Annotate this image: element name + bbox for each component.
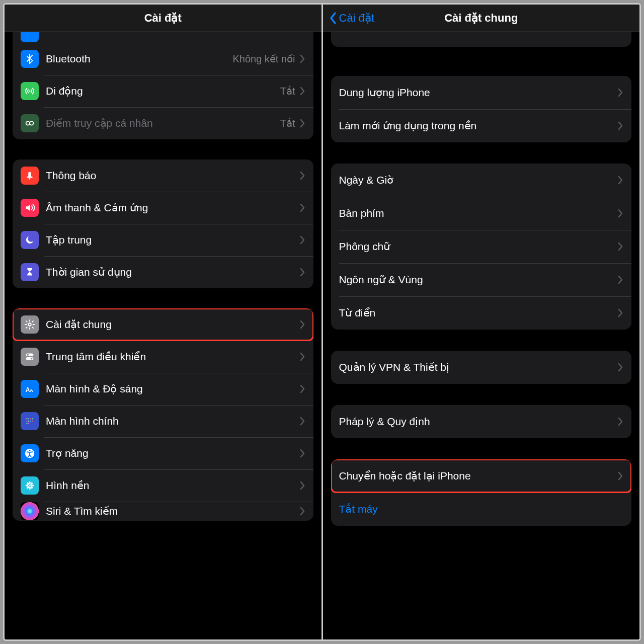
settings-screen-right: Cài đặt Cài đặt chung Dung lượng iPhoneL… bbox=[321, 5, 640, 639]
row-label: Pháp lý & Quy định bbox=[339, 416, 618, 428]
row-qu-n-l-vpn-thi-t-b[interactable]: Quản lý VPN & Thiết bị bbox=[331, 351, 632, 384]
settings-group bbox=[331, 32, 632, 47]
row-label: Trung tâm điều khiển bbox=[46, 351, 299, 363]
row-i-m-truy-c-p-c-nh-n[interactable]: Điểm truy cập cá nhânTắt bbox=[13, 107, 313, 139]
settings-group: Quản lý VPN & Thiết bị bbox=[331, 351, 632, 384]
svg-point-5 bbox=[29, 178, 31, 180]
row-label: Màn hình & Độ sáng bbox=[46, 383, 299, 395]
row-row[interactable] bbox=[13, 32, 313, 43]
svg-point-16 bbox=[30, 418, 31, 419]
row-label: Chuyển hoặc đặt lại iPhone bbox=[339, 470, 618, 482]
row-label: Từ điển bbox=[339, 307, 618, 319]
accessibility-icon bbox=[21, 444, 39, 462]
settings-list-right[interactable]: Dung lượng iPhoneLàm mới ứng dụng trong … bbox=[323, 32, 640, 639]
row-trung-t-m-i-u-khi-n[interactable]: Trung tâm điều khiển bbox=[13, 341, 313, 373]
row-siri-t-m-ki-m[interactable]: Siri & Tìm kiếm bbox=[13, 502, 313, 521]
back-button[interactable]: Cài đặt bbox=[328, 5, 374, 31]
chevron-right-icon bbox=[299, 235, 305, 245]
row-label: Dung lượng iPhone bbox=[339, 87, 618, 99]
settings-group: Pháp lý & Quy định bbox=[331, 405, 632, 438]
row-c-i-t-chung[interactable]: Cài đặt chung bbox=[13, 308, 313, 341]
row-label: Bluetooth bbox=[46, 53, 232, 65]
svg-point-27 bbox=[29, 481, 31, 485]
svg-point-29 bbox=[26, 485, 29, 487]
sound-icon bbox=[21, 199, 39, 217]
row-label: Trợ năng bbox=[46, 447, 299, 459]
row-label: Điểm truy cập cá nhân bbox=[46, 117, 280, 129]
settings-group: Cài đặt chungTrung tâm điều khiểnAAMàn h… bbox=[13, 308, 313, 521]
row-b-n-ph-m[interactable]: Bàn phím bbox=[331, 197, 632, 230]
chevron-right-icon bbox=[299, 119, 305, 128]
row-ph-ng-ch[interactable]: Phông chữ bbox=[331, 230, 632, 263]
chevron-right-icon bbox=[299, 449, 305, 458]
row-tr-n-ng[interactable]: Trợ năng bbox=[13, 437, 313, 469]
row-m-thanh-c-m-ng[interactable]: Âm thanh & Cảm ứng bbox=[13, 192, 313, 224]
svg-point-0 bbox=[29, 91, 31, 92]
row-ph-p-l-quy-nh[interactable]: Pháp lý & Quy định bbox=[331, 405, 632, 438]
grid-icon bbox=[21, 412, 39, 430]
chevron-right-icon bbox=[617, 417, 623, 426]
row-l-m-m-i-ng-d-ng-trong-n-n[interactable]: Làm mới ứng dụng trong nền bbox=[331, 109, 632, 142]
chevron-left-icon bbox=[328, 11, 338, 25]
svg-point-30 bbox=[31, 485, 34, 487]
row-label: Âm thanh & Cảm ứng bbox=[46, 202, 299, 214]
chevron-right-icon bbox=[299, 87, 305, 96]
row-label: Di động bbox=[46, 85, 280, 97]
row-label: Hình nền bbox=[46, 479, 299, 492]
chevron-right-icon bbox=[299, 384, 305, 393]
svg-point-2 bbox=[30, 121, 33, 125]
row-label: Ngôn ngữ & Vùng bbox=[339, 274, 618, 286]
chevron-right-icon bbox=[299, 352, 305, 361]
chevron-right-icon bbox=[617, 176, 623, 185]
chevron-right-icon bbox=[617, 275, 623, 284]
svg-text:A: A bbox=[30, 388, 33, 393]
settings-group: BluetoothKhông kết nốiDi độngTắtĐiểm tru… bbox=[13, 32, 313, 139]
aa-icon: AA bbox=[21, 380, 39, 398]
row-t-i-n[interactable]: Từ điển bbox=[331, 296, 632, 330]
row-ng-y-gi[interactable]: Ngày & Giờ bbox=[331, 164, 632, 197]
row-value: Không kết nối bbox=[232, 53, 295, 65]
hotspot-icon bbox=[21, 114, 39, 132]
hourglass-icon bbox=[21, 263, 39, 281]
settings-group: Dung lượng iPhoneLàm mới ứng dụng trong … bbox=[331, 76, 632, 142]
svg-point-19 bbox=[28, 421, 29, 422]
row-di-ng[interactable]: Di độngTắt bbox=[13, 75, 313, 107]
row-chuy-n-ho-c-t-l-i-iphone[interactable]: Chuyển hoặc đặt lại iPhone bbox=[331, 459, 632, 493]
row-label: Tắt máy bbox=[339, 503, 624, 515]
row-label: Ngày & Giờ bbox=[339, 174, 618, 186]
row-label: Màn hình chính bbox=[46, 415, 299, 427]
row-label: Siri & Tìm kiếm bbox=[46, 505, 299, 517]
row-m-n-h-nh-ch-nh[interactable]: Màn hình chính bbox=[13, 405, 313, 437]
svg-point-22 bbox=[26, 423, 27, 424]
svg-point-23 bbox=[28, 423, 29, 424]
chevron-right-icon bbox=[617, 209, 623, 218]
row-dung-l-ng-iphone[interactable]: Dung lượng iPhone bbox=[331, 76, 632, 109]
row-row[interactable] bbox=[331, 32, 632, 47]
chevron-right-icon bbox=[299, 481, 305, 490]
row-th-i-gian-s-d-ng[interactable]: Thời gian sử dụng bbox=[13, 256, 313, 288]
row-t-p-trung[interactable]: Tập trung bbox=[13, 224, 313, 256]
row-th-ng-b-o[interactable]: Thông báo bbox=[13, 159, 313, 192]
svg-point-1 bbox=[26, 121, 30, 125]
moon-icon bbox=[21, 231, 39, 249]
svg-point-8 bbox=[27, 354, 29, 356]
row-bluetooth[interactable]: BluetoothKhông kết nối bbox=[13, 43, 313, 75]
chevron-right-icon bbox=[299, 54, 305, 63]
chevron-right-icon bbox=[617, 363, 623, 372]
svg-point-21 bbox=[32, 421, 33, 422]
bluetooth-icon bbox=[21, 50, 39, 68]
svg-point-25 bbox=[29, 450, 30, 451]
navbar-left: Cài đặt bbox=[5, 5, 321, 32]
chevron-right-icon bbox=[299, 171, 305, 180]
row-value: Tắt bbox=[280, 85, 295, 97]
settings-list-left[interactable]: BluetoothKhông kết nốiDi độngTắtĐiểm tru… bbox=[5, 32, 321, 639]
svg-point-20 bbox=[30, 421, 31, 422]
row-ng-n-ng-v-ng[interactable]: Ngôn ngữ & Vùng bbox=[331, 263, 632, 296]
chevron-right-icon bbox=[617, 121, 623, 130]
row-h-nh-n-n[interactable]: Hình nền bbox=[13, 469, 313, 502]
svg-point-26 bbox=[29, 485, 31, 487]
row-t-t-m-y[interactable]: Tắt máy bbox=[331, 493, 632, 526]
bell-icon bbox=[21, 167, 39, 185]
row-m-n-h-nh-s-ng[interactable]: AAMàn hình & Độ sáng bbox=[13, 373, 313, 405]
cellular-icon bbox=[21, 82, 39, 100]
